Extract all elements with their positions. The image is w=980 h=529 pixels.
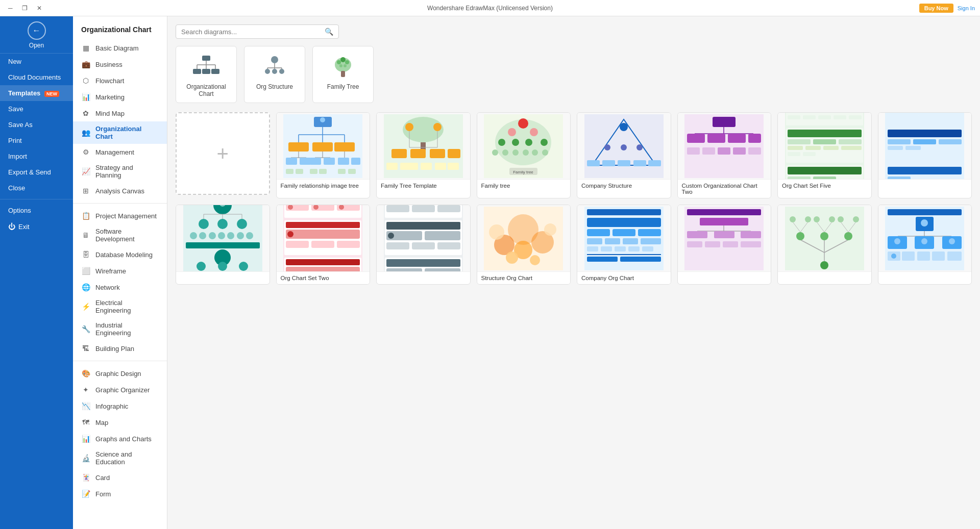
svg-rect-220	[286, 222, 360, 228]
search-input[interactable]	[181, 28, 322, 36]
cat-card-label: Card	[95, 474, 110, 482]
sidebar-exit[interactable]: ⏻ Exit	[0, 218, 73, 235]
svg-point-327	[921, 238, 927, 244]
cat-basic-diagram[interactable]: ▦ Basic Diagram	[73, 40, 167, 56]
svg-point-77	[512, 139, 519, 146]
template-card-family-tree[interactable]: Family tree Family tree	[477, 112, 571, 198]
template-label-family-rel: Family relationship image tree	[277, 179, 370, 192]
svg-rect-238	[412, 205, 435, 212]
sidebar-save[interactable]: Save	[0, 101, 73, 117]
template-card-circ-org[interactable]	[176, 205, 270, 285]
cat-graphic[interactable]: 🎨 Graphic Design	[73, 365, 167, 382]
buy-now-button[interactable]: Buy Now	[919, 4, 953, 13]
svg-rect-0	[202, 56, 210, 61]
template-card-structure-org[interactable]: Structure Org Chart	[477, 205, 571, 285]
template-card-company-org[interactable]: Company Org Chart	[577, 205, 671, 285]
sidebar-templates[interactable]: Templates NEW	[0, 85, 73, 101]
cat-building[interactable]: 🏗 Building Plan	[73, 340, 167, 357]
template-label-org-set-two: Org Chart Set Two	[277, 271, 370, 284]
cat-science[interactable]: 🔬 Science and Education	[73, 447, 167, 469]
cat-marketing[interactable]: 📊 Marketing	[73, 89, 167, 105]
database-icon: 🗄	[81, 250, 90, 259]
basic-diagram-icon: ▦	[81, 43, 90, 53]
template-card-blue-org[interactable]	[878, 112, 972, 198]
sidebar-import[interactable]: Import	[0, 148, 73, 164]
cat-wireframe[interactable]: ⬜ Wireframe	[73, 263, 167, 279]
business-icon: 💼	[81, 60, 90, 69]
sidebar-export[interactable]: Export & Send	[0, 164, 73, 180]
minimize-button[interactable]: ─	[5, 4, 16, 13]
sign-in-button[interactable]: Sign In	[958, 5, 975, 11]
svg-point-56	[405, 123, 413, 131]
sidebar-cloud[interactable]: Cloud Documents	[0, 69, 73, 85]
cat-organizer[interactable]: ✦ Graphic Organizer	[73, 382, 167, 398]
template-card-extra-1[interactable]	[677, 205, 772, 285]
cat-software[interactable]: 🖥 Software Development	[73, 224, 167, 246]
svg-rect-143	[803, 152, 816, 156]
cat-business[interactable]: 💼 Business	[73, 56, 167, 72]
template-card-custom-org[interactable]: Custom Organizational Chart Two	[677, 112, 772, 198]
svg-rect-293	[701, 250, 712, 255]
svg-point-192	[209, 232, 216, 239]
cat-analysis[interactable]: ⊞ Analysis Canvas	[73, 183, 167, 199]
svg-rect-282	[700, 218, 748, 225]
thumb-org-structure[interactable]: Org Structure	[244, 46, 305, 103]
svg-rect-273	[601, 246, 612, 251]
svg-rect-145	[788, 167, 862, 174]
template-card-org-set-five[interactable]: Org Chart Set Five	[777, 112, 872, 198]
cat-form[interactable]: 📝 Form	[73, 486, 167, 502]
svg-rect-132	[849, 115, 862, 119]
cat-infographic[interactable]: 📉 Infographic	[73, 398, 167, 414]
cat-project[interactable]: 📋 Project Management	[73, 208, 167, 224]
template-card-extra-3[interactable]	[878, 205, 972, 285]
svg-point-329	[949, 238, 955, 244]
svg-rect-268	[587, 238, 602, 244]
restore-button[interactable]: ❐	[19, 4, 31, 13]
cat-network[interactable]: 🌐 Network	[73, 279, 167, 295]
svg-rect-70	[448, 163, 459, 170]
svg-rect-267	[638, 229, 661, 236]
cat-orgchart[interactable]: 👥 Organizational Chart	[73, 121, 167, 144]
svg-rect-292	[687, 250, 698, 255]
search-icon: 🔍	[325, 28, 333, 36]
new-template-card[interactable]: +	[176, 112, 270, 195]
cat-database-label: Database Modeling	[95, 251, 153, 259]
cat-card[interactable]: 🃏 Card	[73, 469, 167, 486]
svg-point-189	[237, 219, 247, 229]
left-sidebar: ← Open New Cloud Documents Templates NEW…	[0, 16, 73, 529]
cat-database[interactable]: 🗄 Database Modeling	[73, 246, 167, 263]
template-card-org-set-two[interactable]: Org Chart Set Two	[276, 205, 371, 285]
thumb-family-tree[interactable]: Family Tree	[312, 46, 374, 103]
template-card-family-rel[interactable]: Family relationship image tree	[276, 112, 371, 198]
svg-point-57	[433, 123, 442, 131]
cat-management[interactable]: ⚙ Management	[73, 144, 167, 160]
sidebar-print[interactable]: Print	[0, 133, 73, 148]
sidebar-new[interactable]: New	[0, 54, 73, 69]
template-card-extra-2[interactable]	[777, 205, 872, 285]
template-label-org-set-five: Org Chart Set Five	[778, 179, 871, 192]
svg-rect-69	[435, 163, 446, 170]
svg-rect-96	[618, 160, 630, 166]
cat-industrial[interactable]: 🔧 Industrial Engineering	[73, 318, 167, 340]
svg-rect-105	[728, 134, 746, 143]
svg-point-21	[340, 57, 346, 62]
cat-mindmap[interactable]: ✿ Mind Map	[73, 105, 167, 121]
close-button[interactable]: ✕	[34, 4, 45, 13]
sidebar-close[interactable]: Close	[0, 180, 73, 196]
sidebar-options[interactable]: Options	[0, 203, 73, 218]
cat-graphs[interactable]: 📊 Graphs and Charts	[73, 431, 167, 447]
svg-rect-108	[702, 147, 715, 155]
template-card-family-tree-tpl[interactable]: Family Tree Template	[376, 112, 471, 198]
back-button[interactable]: ←	[28, 21, 46, 40]
cat-wireframe-label: Wireframe	[95, 267, 126, 275]
thumb-org-chart[interactable]: Organizational Chart	[176, 46, 237, 103]
main-content: 🔍 Organizational Chart	[167, 16, 980, 529]
cat-strategy[interactable]: 📈 Strategy and Planning	[73, 160, 167, 183]
svg-rect-146	[788, 177, 811, 179]
sidebar-save-as[interactable]: Save As	[0, 117, 73, 133]
cat-map[interactable]: 🗺 Map	[73, 414, 167, 431]
cat-electrical[interactable]: ⚡ Electrical Engineering	[73, 295, 167, 318]
cat-flowchart[interactable]: ⬡ Flowchart	[73, 72, 167, 89]
template-card-company-structure[interactable]: Company Structure	[577, 112, 671, 198]
template-card-gray-org[interactable]	[376, 205, 471, 285]
